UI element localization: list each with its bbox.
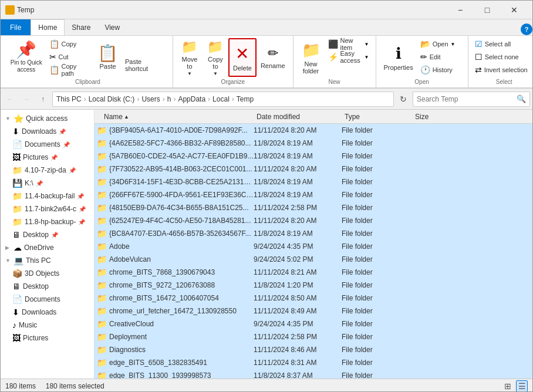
- history-label: History: [433, 66, 453, 73]
- ribbon-group-select: ☑ Select all ☐ Select none ⇄ Invert sele…: [468, 36, 533, 87]
- paste-label: Paste: [99, 63, 116, 70]
- table-row[interactable]: 📁 {34D6F314-15F1-4E3D-8CBB-CE25A21312...…: [95, 175, 532, 188]
- select-none-label: Select none: [485, 53, 519, 60]
- table-row[interactable]: 📁 chrome_BITS_7868_1390679043 11/11/2024…: [95, 266, 532, 279]
- close-button[interactable]: ✕: [501, 1, 528, 19]
- path-local-disk[interactable]: Local Disk (C:): [89, 95, 135, 103]
- sidebar-section-quick-access[interactable]: ▼ ⭐ Quick access: [1, 112, 94, 125]
- sort-by-size[interactable]: Size: [413, 111, 460, 122]
- folder-icon: 📁: [97, 306, 107, 316]
- table-row[interactable]: 📁 CreativeCloud 9/24/2024 4:35 PM File f…: [95, 317, 532, 330]
- table-row[interactable]: 📁 chrome_BITS_9272_1206763088 11/8/2024 …: [95, 279, 532, 292]
- paste-shortcut-button[interactable]: Paste shortcut: [122, 59, 169, 71]
- pin-to-quick-access-button[interactable]: 📌 Pin to Quickaccess: [6, 38, 46, 77]
- sidebar-section-this-pc[interactable]: ▼ 💻 This PC: [1, 254, 94, 267]
- path-users[interactable]: Users: [141, 95, 160, 103]
- folder-icon: 📁: [97, 164, 107, 174]
- sidebar-item-3d-objects[interactable]: 📦 3D Objects: [1, 267, 94, 280]
- table-row[interactable]: 📁 {625247E9-4F4C-4C50-AE50-718AB45281...…: [95, 214, 532, 227]
- table-row[interactable]: 📁 Adobe 9/24/2024 4:35 PM File folder: [95, 240, 532, 253]
- table-row[interactable]: 📁 {266FF67E-5900-4FDA-9561-EE1F93E36C45}…: [95, 188, 532, 201]
- sidebar-item-downloads[interactable]: ⬇ Downloads 📌: [1, 125, 94, 138]
- path-h[interactable]: h: [167, 95, 171, 103]
- sidebar-item-bink[interactable]: 📁 11.7-bink2w64-c 📌: [1, 202, 94, 215]
- sidebar-item-backup-fail[interactable]: 📁 11.4-backup-fail 📌: [1, 190, 94, 202]
- sidebar-item-desktop-quick[interactable]: 🖥 Desktop 📌: [1, 228, 94, 241]
- sidebar-item-desktop[interactable]: 🖥 Desktop: [1, 280, 94, 293]
- sidebar-item-hp-backup[interactable]: 📁 11.8-hp-backup- 📌: [1, 215, 94, 228]
- sort-by-name[interactable]: Name ▲: [102, 111, 254, 122]
- rename-button[interactable]: ✏ Rename: [257, 38, 289, 77]
- table-row[interactable]: 📁 edge_BITS_6508_1382835491 11/11/2024 8…: [95, 356, 532, 369]
- path-temp[interactable]: Temp: [237, 95, 254, 103]
- easy-access-icon: ⚡: [328, 52, 338, 62]
- path-appdata[interactable]: AppData: [178, 95, 205, 103]
- sidebar-item-documents-pc[interactable]: 📄 Documents: [1, 293, 94, 306]
- tab-file[interactable]: File: [1, 19, 31, 35]
- maximize-button[interactable]: □: [474, 1, 501, 19]
- table-row[interactable]: 📁 {5A7B60E0-CDE2-45A2-AC77-EEA0FD1B9... …: [95, 150, 532, 163]
- table-row[interactable]: 📁 {3BF9405A-6A17-4010-AD0E-7D98A992F... …: [95, 124, 532, 137]
- table-row[interactable]: 📁 Deployment 11/11/2024 2:58 PM File fol…: [95, 330, 532, 343]
- sidebar-section-onedrive[interactable]: ▶ ☁ OneDrive: [1, 241, 94, 254]
- tab-view[interactable]: View: [97, 19, 127, 35]
- select-none-button[interactable]: ☐ Select none: [472, 51, 533, 63]
- invert-selection-button[interactable]: ⇄ Invert selection: [472, 64, 533, 76]
- folder-icon: [5, 5, 15, 15]
- table-row[interactable]: 📁 {4A62E582-5FC7-4366-BB32-AF89B28580...…: [95, 137, 532, 150]
- path-local[interactable]: Local: [212, 95, 230, 103]
- move-to-arrow: ▼: [187, 71, 192, 76]
- sidebar-item-documents[interactable]: 📄 Documents 📌: [1, 138, 94, 151]
- table-row[interactable]: 📁 {BC8A4707-E3DA-4656-B57B-352634567F...…: [95, 227, 532, 240]
- edit-button[interactable]: ✏ Edit: [417, 51, 464, 63]
- view-list-button[interactable]: ☰: [516, 380, 528, 392]
- history-button[interactable]: 🕐 History: [417, 64, 464, 76]
- sidebar-item-k[interactable]: 💾 K:\ 📌: [1, 177, 94, 190]
- table-row[interactable]: 📁 chrome_BITS_16472_1006407054 11/11/202…: [95, 292, 532, 305]
- folder-icon: 📁: [97, 293, 107, 303]
- properties-button[interactable]: ℹ Properties: [380, 38, 417, 77]
- table-row[interactable]: 📁 {48150EB9-DA76-4C34-B655-B8A151C25... …: [95, 201, 532, 214]
- sort-by-date[interactable]: Date modified: [254, 111, 342, 122]
- search-icon: 🔍: [517, 94, 526, 103]
- sidebar-item-zip[interactable]: 📁 4.10-7-zip-da 📌: [1, 164, 94, 177]
- help-button[interactable]: ?: [521, 23, 532, 35]
- tab-home[interactable]: Home: [31, 19, 65, 35]
- move-to-button[interactable]: 📁 Moveto ▼: [177, 38, 203, 77]
- copy-to-button[interactable]: 📁 Copyto ▼: [203, 38, 228, 77]
- new-folder-button[interactable]: 📁 Newfolder: [297, 38, 325, 77]
- invert-icon: ⇄: [475, 65, 482, 75]
- view-icons-button[interactable]: ⊞: [502, 380, 514, 392]
- copy-label: Copy: [62, 40, 77, 48]
- minimize-button[interactable]: −: [447, 1, 474, 19]
- table-row[interactable]: 📁 edge_BITS_11300_1939998573 11/8/2024 8…: [95, 369, 532, 379]
- path-this-pc[interactable]: This PC: [56, 95, 82, 103]
- rename-icon: ✏: [268, 46, 278, 61]
- tab-share[interactable]: Share: [65, 19, 97, 35]
- sidebar-item-downloads-pc[interactable]: ⬇ Downloads: [1, 306, 94, 319]
- open-button[interactable]: 📂 Open ▼: [417, 38, 464, 50]
- quick-access-icon: ⭐: [14, 114, 23, 123]
- delete-button[interactable]: ✕ Delete: [228, 38, 257, 77]
- copy-button[interactable]: 📋 Copy: [46, 38, 94, 50]
- new-item-button[interactable]: ⬛ New item ▼: [325, 38, 372, 50]
- easy-access-button[interactable]: ⚡ Easy access ▼: [325, 51, 372, 63]
- folder-icon: 📁: [97, 268, 107, 277]
- copy-path-button[interactable]: 📋 Copy path: [46, 64, 94, 76]
- search-input[interactable]: [417, 95, 514, 103]
- main-area: ▼ ⭐ Quick access ⬇ Downloads 📌 📄 Documen…: [1, 110, 532, 379]
- sidebar-item-pictures[interactable]: 🖼 Pictures 📌: [1, 151, 94, 164]
- sidebar-item-pictures-pc[interactable]: 🖼 Pictures: [1, 332, 94, 344]
- cut-button[interactable]: ✂ Cut: [46, 51, 94, 63]
- select-all-button[interactable]: ☑ Select all: [472, 38, 533, 50]
- table-row[interactable]: 📁 chrome_url_fetcher_16472_1130928550 11…: [95, 305, 532, 317]
- folder-icon: 📁: [97, 358, 107, 367]
- sort-by-type[interactable]: Type: [342, 111, 413, 122]
- open-icon: 📂: [420, 39, 430, 49]
- table-row[interactable]: 📁 {7F730522-AB95-414B-B063-2CEC01C001...…: [95, 163, 532, 175]
- table-row[interactable]: 📁 AdobeVulcan 9/24/2024 5:02 PM File fol…: [95, 253, 532, 266]
- paste-button[interactable]: 📋 Paste: [93, 38, 122, 77]
- sidebar-item-music[interactable]: ♪ Music: [1, 319, 94, 332]
- table-row[interactable]: 📁 Diagnostics 11/11/2024 8:46 AM File fo…: [95, 343, 532, 356]
- folder-icon: 📁: [97, 332, 107, 342]
